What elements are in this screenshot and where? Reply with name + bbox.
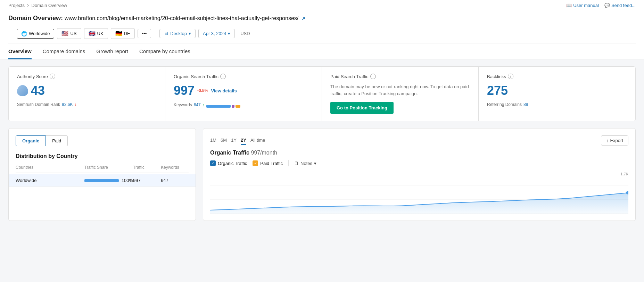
flag-uk-icon: 🇬🇧 [89, 30, 96, 37]
organic-keywords-footer: Keywords 647 ↑ [174, 102, 313, 108]
desktop-icon: 🖥 [164, 31, 168, 36]
filter-more[interactable]: ••• [138, 29, 151, 38]
toggle-organic-btn[interactable]: Organic [16, 135, 46, 146]
filter-de[interactable]: 🇩🇪 DE [111, 28, 135, 39]
tabs-bar: Overview Compare domains Growth report C… [0, 43, 644, 59]
kw-seg-orange [236, 105, 240, 108]
top-bar: Projects > Domain Overview 📖 User manual… [0, 0, 644, 11]
metric-paid-traffic: Paid Search Traffic i The domain may be … [322, 67, 479, 121]
send-feedback-link[interactable]: 💬 Send feed... [604, 3, 636, 8]
tab-compare-countries[interactable]: Compare by countries [139, 43, 190, 59]
main-content: Authority Score i 43 Semrush Domain Rank… [0, 59, 644, 228]
legend-organic-check: ✓ [210, 160, 216, 166]
time-controls: 1M 6M 1Y 2Y All time ↑ Export [210, 135, 628, 146]
filter-worldwide[interactable]: 🌐 Worldwide [17, 29, 54, 39]
manual-icon: 📖 [566, 3, 572, 8]
organic-paid-toggle: Organic Paid [16, 135, 189, 146]
filter-us[interactable]: 🇺🇸 US [57, 28, 81, 39]
legend-notes[interactable]: 🗒 Notes ▾ [294, 161, 316, 166]
feedback-icon: 💬 [604, 3, 610, 8]
traffic-bar [84, 179, 119, 182]
bottom-section: Organic Paid Distribution by Country Cou… [8, 128, 636, 221]
paid-traffic-desc: The domain may be new or not ranking rig… [330, 83, 470, 97]
notes-icon: 🗒 [294, 161, 299, 166]
metric-organic-traffic: Organic Search Traffic i 997 -0.5% View … [165, 67, 322, 121]
col-keywords: Keywords [161, 165, 189, 170]
col-traffic: Traffic [133, 165, 161, 170]
organic-traffic-chart [210, 172, 628, 214]
time-buttons: 1M 6M 1Y 2Y All time [210, 136, 265, 145]
time-btn-2y[interactable]: 2Y [241, 136, 246, 145]
distribution-title: Distribution by Country [16, 153, 189, 159]
chart-panel: 1M 6M 1Y 2Y All time ↑ Export Organic Tr… [203, 128, 636, 221]
domain-header: Domain Overview: www.brafton.com/blog/em… [0, 11, 644, 43]
paid-traffic-info-icon[interactable]: i [370, 74, 376, 79]
authority-info-icon[interactable]: i [50, 74, 55, 79]
domain-url: www.brafton.com/blog/email-marketing/20-… [65, 15, 298, 21]
paid-traffic-title: Paid Search Traffic i [330, 74, 470, 79]
legend-divider [288, 160, 289, 166]
authority-score-value: 43 [17, 83, 157, 98]
organic-traffic-info-icon[interactable]: i [220, 74, 226, 79]
distribution-table-header: Countries Traffic Share Traffic Keywords [16, 165, 189, 173]
desktop-selector[interactable]: 🖥 Desktop ▾ [159, 29, 196, 38]
currency-display: USD [238, 29, 253, 38]
date-selector[interactable]: Apr 3, 2024 ▾ [198, 29, 235, 38]
metric-authority-score: Authority Score i 43 Semrush Domain Rank… [9, 67, 165, 121]
arrow-down-icon: ↓ [74, 102, 76, 107]
row-keywords: 647 [161, 178, 189, 183]
backlinks-title: Backlinks i [487, 74, 627, 79]
toggle-paid-btn[interactable]: Paid [46, 135, 68, 146]
backlinks-info-icon[interactable]: i [508, 74, 513, 79]
y-axis-label: 1.7K [620, 172, 628, 176]
time-btn-1y[interactable]: 1Y [231, 136, 237, 145]
ext-link-icon[interactable]: ↗ [302, 16, 305, 21]
organic-traffic-value: 997 -0.5% View details [174, 83, 313, 98]
legend-organic[interactable]: ✓ Organic Traffic [210, 160, 247, 166]
chart-legend: ✓ Organic Traffic ✓ Paid Traffic 🗒 Notes… [210, 160, 628, 166]
table-row: Worldwide 100% 997 647 [9, 174, 196, 187]
breadcrumb: Projects > Domain Overview [8, 3, 67, 8]
calendar-chevron-icon: ▾ [228, 31, 230, 36]
keywords-bar [206, 105, 240, 108]
metric-backlinks: Backlinks i 275 Referring Domains 89 [479, 67, 635, 121]
time-btn-6m[interactable]: 6M [221, 136, 227, 145]
row-traffic-share: 100% [122, 178, 133, 183]
chart-title: Organic Traffic 997/month [210, 150, 628, 156]
chart-value: 997/month [251, 150, 277, 156]
organic-traffic-change: -0.5% [197, 88, 208, 93]
go-to-position-tracking-button[interactable]: Go to Position Tracking [330, 102, 394, 114]
flag-us-icon: 🇺🇸 [61, 30, 68, 37]
breadcrumb-sep: > [27, 3, 30, 8]
tab-overview[interactable]: Overview [8, 43, 32, 59]
tab-compare-domains[interactable]: Compare domains [43, 43, 85, 59]
time-btn-1m[interactable]: 1M [210, 136, 216, 145]
row-traffic: 997 [133, 178, 161, 183]
view-details-link[interactable]: View details [211, 88, 237, 93]
organic-traffic-title: Organic Search Traffic i [174, 74, 313, 79]
breadcrumb-current: Domain Overview [32, 3, 67, 8]
authority-score-title: Authority Score i [17, 74, 157, 79]
top-actions: 📖 User manual 💬 Send feed... [566, 3, 636, 8]
tab-growth-report[interactable]: Growth report [96, 43, 128, 59]
user-manual-link[interactable]: 📖 User manual [566, 3, 599, 8]
chevron-down-icon: ▾ [189, 31, 191, 36]
arrow-up-icon: ↑ [203, 102, 205, 107]
filter-uk[interactable]: 🇬🇧 UK [84, 28, 108, 39]
time-btn-alltime[interactable]: All time [250, 136, 265, 145]
row-country: Worldwide [16, 178, 84, 183]
col-traffic-share: Traffic Share [84, 165, 133, 170]
domain-title: Domain Overview: www.brafton.com/blog/em… [8, 15, 636, 22]
metrics-row: Authority Score i 43 Semrush Domain Rank… [8, 66, 636, 121]
export-button[interactable]: ↑ Export [601, 135, 628, 146]
domain-title-label: Domain Overview: [8, 15, 63, 22]
globe-icon: 🌐 [21, 31, 27, 36]
col-countries: Countries [16, 165, 84, 170]
authority-score-footer: Semrush Domain Rank 92.6K ↓ [17, 102, 157, 107]
legend-paid[interactable]: ✓ Paid Traffic [253, 160, 283, 166]
notes-chevron-icon: ▾ [314, 161, 316, 166]
distribution-panel: Organic Paid Distribution by Country Cou… [8, 128, 196, 221]
breadcrumb-projects[interactable]: Projects [8, 3, 25, 8]
backlinks-value: 275 [487, 83, 627, 98]
authority-score-icon [17, 85, 28, 96]
